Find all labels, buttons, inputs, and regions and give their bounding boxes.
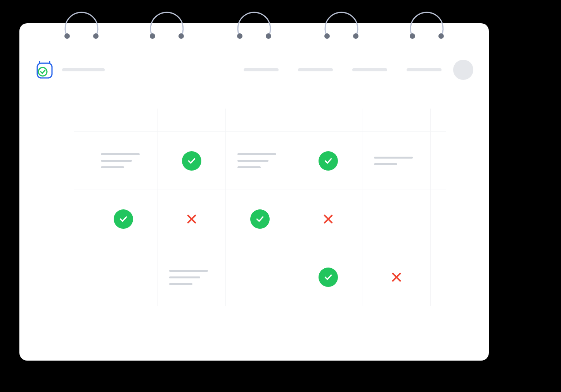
x-mark-icon xyxy=(185,213,198,225)
grid-cell xyxy=(158,109,226,131)
grid-cell[interactable] xyxy=(89,190,158,248)
spiral-ring-icon xyxy=(407,1,446,40)
grid-cell[interactable] xyxy=(294,248,362,306)
grid-row xyxy=(74,248,446,306)
grid-cell xyxy=(89,109,158,131)
grid-cell xyxy=(431,190,446,248)
grid-cell[interactable] xyxy=(158,248,226,306)
grid-cell[interactable] xyxy=(226,132,294,190)
grid-row xyxy=(74,190,446,248)
grid-cell[interactable] xyxy=(226,190,294,248)
grid-cell[interactable] xyxy=(294,190,362,248)
brand-placeholder xyxy=(62,68,105,71)
grid-cell xyxy=(74,132,89,190)
grid-cell[interactable] xyxy=(362,248,431,306)
grid-cell[interactable] xyxy=(226,248,294,306)
grid-cell[interactable] xyxy=(158,190,226,248)
grid-header-row xyxy=(74,109,446,132)
calendar-grid xyxy=(74,109,446,337)
svg-point-1 xyxy=(38,67,47,76)
nav-item[interactable] xyxy=(407,68,442,71)
spiral-ring-icon xyxy=(62,1,101,40)
grid-cell xyxy=(431,109,446,131)
grid-cell[interactable] xyxy=(362,190,431,248)
spiral-ring-icon xyxy=(235,1,274,40)
checkmark-icon xyxy=(250,209,270,229)
avatar[interactable] xyxy=(453,60,473,80)
nav-menu xyxy=(244,68,442,71)
grid-cell xyxy=(362,109,431,131)
grid-cell xyxy=(431,248,446,306)
spiral-ring-icon xyxy=(147,1,186,40)
grid-cell xyxy=(74,109,89,131)
text-placeholder xyxy=(362,157,430,165)
checkmark-icon xyxy=(319,268,338,287)
grid-cell xyxy=(226,109,294,131)
x-mark-icon xyxy=(390,271,403,283)
text-placeholder xyxy=(158,270,225,285)
nav-item[interactable] xyxy=(298,68,333,71)
grid-cell xyxy=(74,248,89,306)
app-header xyxy=(35,58,473,81)
checkmark-icon xyxy=(182,151,201,171)
text-placeholder xyxy=(226,153,294,168)
x-mark-icon xyxy=(322,213,334,225)
grid-cell[interactable] xyxy=(362,132,431,190)
checkmark-icon xyxy=(114,209,133,229)
nav-item[interactable] xyxy=(244,68,279,71)
checkmark-icon xyxy=(319,151,338,171)
grid-cell[interactable] xyxy=(158,132,226,190)
calendar-card xyxy=(19,23,489,361)
grid-cell[interactable] xyxy=(89,132,158,190)
spiral-ring-icon xyxy=(322,1,361,40)
grid-cell xyxy=(431,132,446,190)
calendar-check-icon[interactable] xyxy=(35,60,54,79)
nav-item[interactable] xyxy=(352,68,387,71)
grid-cell xyxy=(74,190,89,248)
grid-row xyxy=(74,132,446,190)
grid-cell[interactable] xyxy=(294,132,362,190)
grid-cell xyxy=(294,109,362,131)
text-placeholder xyxy=(89,153,157,168)
grid-cell[interactable] xyxy=(89,248,158,306)
